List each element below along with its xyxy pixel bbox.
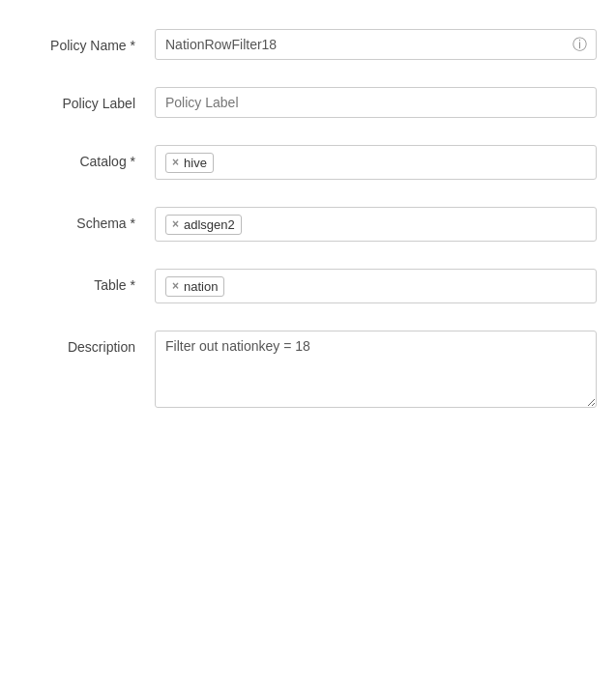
table-tag-remove[interactable]: × [172, 280, 179, 292]
policy-name-wrap: ⓘ [155, 29, 597, 60]
table-tag: × nation [165, 276, 224, 297]
catalog-tag-value: hive [184, 156, 207, 170]
catalog-tag: × hive [165, 153, 214, 173]
policy-name-row: Policy Name * ⓘ [19, 29, 597, 60]
policy-label-row: Policy Label [19, 87, 597, 118]
policy-label-input[interactable] [155, 87, 597, 118]
table-wrap: × nation [155, 269, 597, 303]
description-textarea[interactable]: Filter out nationkey = 18 [155, 331, 597, 408]
policy-label-label: Policy Label [19, 87, 155, 114]
table-row: Table * × nation [19, 269, 597, 303]
policy-label-wrap [155, 87, 597, 118]
policy-name-input[interactable] [155, 29, 597, 60]
catalog-tag-input[interactable]: × hive [155, 145, 597, 180]
table-label: Table * [19, 269, 155, 296]
description-row: Description Filter out nationkey = 18 [19, 331, 597, 411]
schema-tag: × adlsgen2 [165, 215, 242, 235]
schema-tag-input[interactable]: × adlsgen2 [155, 207, 597, 242]
info-icon[interactable]: ⓘ [572, 36, 587, 54]
catalog-label: Catalog * [19, 145, 155, 172]
table-tag-value: nation [184, 279, 218, 294]
description-label: Description [19, 331, 155, 358]
catalog-wrap: × hive [155, 145, 597, 180]
schema-tag-remove[interactable]: × [172, 218, 179, 230]
catalog-tag-remove[interactable]: × [172, 157, 179, 168]
schema-wrap: × adlsgen2 [155, 207, 597, 242]
policy-name-label: Policy Name * [19, 29, 155, 56]
table-tag-input[interactable]: × nation [155, 269, 597, 303]
schema-label: Schema * [19, 207, 155, 234]
schema-tag-value: adlsgen2 [184, 217, 235, 232]
description-wrap: Filter out nationkey = 18 [155, 331, 597, 411]
schema-row: Schema * × adlsgen2 [19, 207, 597, 242]
catalog-row: Catalog * × hive [19, 145, 597, 180]
